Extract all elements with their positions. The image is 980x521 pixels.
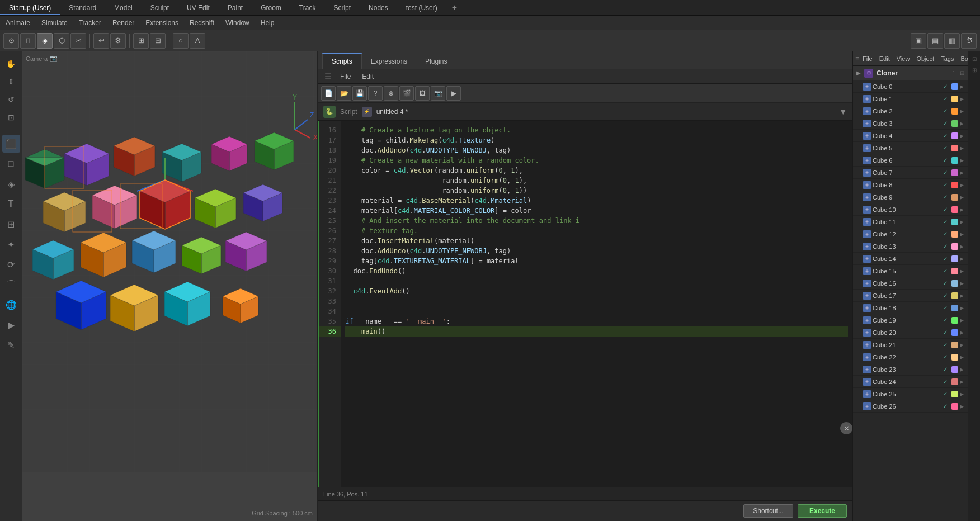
object-item[interactable]: ◈Cube 18✓▶ [853,302,968,314]
panel-dots[interactable]: ⋮ [951,70,957,76]
top-tab-startup-user[interactable]: Startup (User) [0,2,60,15]
menu-tracker[interactable]: Tracker [73,17,107,29]
visibility-check[interactable]: ✓ [943,292,950,299]
script-help[interactable]: ? [368,86,383,101]
obj-flag[interactable]: ▶ [960,84,965,89]
object-item[interactable]: ◈Cube 20✓▶ [853,326,968,339]
obj-flag[interactable]: ▶ [960,133,965,139]
visibility-check[interactable]: ✓ [943,354,950,360]
visibility-check[interactable]: ✓ [943,366,950,372]
effector-icon[interactable]: ✦ [2,235,20,253]
cube-icon[interactable]: ◈ [2,175,20,193]
obj-flag[interactable]: ▶ [960,158,965,163]
viewport-undo-tool[interactable]: ↺ [2,92,20,107]
script-edit-menu[interactable]: Edit [356,71,379,82]
tab-expressions[interactable]: Expressions [362,54,416,69]
tool-render3[interactable]: ▥ [944,33,960,49]
tool-knife[interactable]: ✂ [70,33,86,49]
object-item[interactable]: ◈Cube 21✓▶ [853,339,968,351]
tool-render1[interactable]: ▣ [911,33,926,49]
top-tab-track[interactable]: Track [290,2,325,15]
obj-flag[interactable]: ▶ [960,354,965,360]
close-button[interactable]: ✕ [840,422,852,434]
top-tab-standard[interactable]: Standard [60,2,105,15]
expand-arrow[interactable]: ▶ [856,70,861,76]
visibility-check[interactable]: ✓ [943,268,950,274]
panel-edit[interactable]: Edit [876,54,893,63]
tool-circle[interactable]: ○ [173,33,189,49]
tool-grid[interactable]: ⊞ [133,33,149,49]
script-copy[interactable]: ⊕ [384,86,398,101]
menu-simulate[interactable]: Simulate [36,17,73,29]
object-item[interactable]: ◈Cube 0✓▶ [853,80,968,93]
script-save[interactable]: 💾 [352,86,367,101]
script-file-menu[interactable]: File [334,71,356,82]
object-item[interactable]: ◈Cube 14✓▶ [853,253,968,265]
object-item[interactable]: ◈Cube 6✓▶ [853,154,968,167]
viewport-arrows-tool[interactable]: ⇕ [2,74,20,89]
panel-tags[interactable]: Tags [937,54,957,63]
add-tab-button[interactable]: + [446,1,463,15]
menu-window[interactable]: Window [220,17,255,29]
object-item[interactable]: ◈Cube 16✓▶ [853,277,968,290]
code-editor[interactable]: 16 17 18 19 20 21 22 23 24 25 26 27 28 2… [318,121,852,487]
panel-menu-lines[interactable]: ≡ [855,53,859,64]
panel-view[interactable]: View [893,54,913,63]
visibility-check[interactable]: ✓ [943,194,950,200]
obj-flag[interactable]: ▶ [960,404,965,409]
tool-move[interactable]: ⊙ [3,33,19,49]
object-item[interactable]: ◈Cube 5✓▶ [853,142,968,154]
tool-settings[interactable]: ⚙ [110,33,126,49]
pen-icon[interactable]: ✎ [2,336,20,354]
script-cam[interactable]: 📷 [431,86,445,101]
obj-flag[interactable]: ▶ [960,96,965,102]
visibility-check[interactable]: ✓ [943,182,950,188]
object-item[interactable]: ◈Cube 2✓▶ [853,105,968,117]
visibility-check[interactable]: ✓ [943,96,950,102]
obj-flag[interactable]: ▶ [960,231,965,237]
panel-file[interactable]: File [859,54,876,63]
spline-icon[interactable]: ⌒ [2,276,20,293]
tool-render2[interactable]: ▤ [927,33,943,49]
visibility-check[interactable]: ✓ [943,120,950,126]
obj-flag[interactable]: ▶ [960,121,965,126]
object-item[interactable]: ◈Cube 13✓▶ [853,240,968,253]
object-item[interactable]: ◈Cube 11✓▶ [853,216,968,228]
menu-render[interactable]: Render [107,17,140,29]
obj-flag[interactable]: ▶ [960,305,965,311]
top-tab-sculpt[interactable]: Sculpt [142,2,178,15]
visibility-check[interactable]: ✓ [943,305,950,311]
object-item[interactable]: ◈Cube 10✓▶ [853,203,968,216]
menu-redshift[interactable]: Redshift [184,17,220,29]
obj-flag[interactable]: ▶ [960,281,965,286]
script-run[interactable]: ▶ [446,86,461,101]
top-tab-paint[interactable]: Paint [219,2,252,15]
object-item[interactable]: ◈Cube 26✓▶ [853,400,968,413]
tool-scale[interactable]: ⊓ [20,33,36,49]
visibility-check[interactable]: ✓ [943,403,950,409]
menu-animate[interactable]: Animate [0,17,36,29]
obj-flag[interactable]: ▶ [960,207,965,212]
visibility-check[interactable]: ✓ [943,329,950,335]
obj-flag[interactable]: ▶ [960,256,965,262]
obj-flag[interactable]: ▶ [960,391,965,397]
script-filename[interactable]: untitled 4 * [376,108,408,116]
visibility-check[interactable]: ✓ [943,206,950,212]
visibility-check[interactable]: ✓ [943,342,950,348]
visibility-check[interactable]: ✓ [943,378,950,385]
viewport-hand-tool[interactable]: ✋ [2,56,20,72]
object-item[interactable]: ◈Cube 25✓▶ [853,388,968,400]
tab-scripts[interactable]: Scripts [322,53,362,69]
object-item[interactable]: ◈Cube 8✓▶ [853,179,968,191]
obj-flag[interactable]: ▶ [960,268,965,274]
obj-flag[interactable]: ▶ [960,318,965,323]
object-item[interactable]: ◈Cube 1✓▶ [853,93,968,105]
globe-icon[interactable]: 🌐 [2,296,20,314]
viewport[interactable]: Camera 📷 Y X Z [22,51,318,521]
obj-flag[interactable]: ▶ [960,195,965,200]
viewport-expand-tool[interactable]: ⊡ [2,110,20,125]
script-image[interactable]: 🖼 [415,86,430,101]
object-item[interactable]: ◈Cube 23✓▶ [853,363,968,376]
obj-flag[interactable]: ▶ [960,108,965,114]
object-item[interactable]: ◈Cube 19✓▶ [853,314,968,326]
